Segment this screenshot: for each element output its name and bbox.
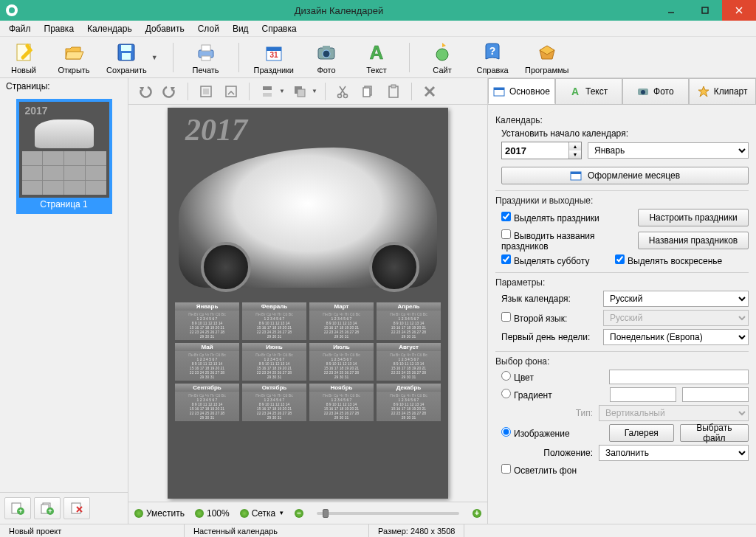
highlight-sun-check[interactable]: Выделять воскресенье xyxy=(615,254,722,266)
status-size: Размер: 2480 x 3508 xyxy=(369,524,464,537)
zoom-grid[interactable]: Сетка ▼ xyxy=(240,508,285,519)
tb-save[interactable]: Сохранить xyxy=(106,41,147,75)
properties-panel: Основное AТекст Фото Клипарт Календарь: … xyxy=(487,78,756,524)
calendar-page[interactable]: 2017 ЯнварьПн Вт Ср Чт Пт Сб Вс1 2 3 4 5… xyxy=(168,108,448,499)
lang-select[interactable]: Русский xyxy=(603,291,749,307)
months-design-button[interactable]: Оформление месяцев xyxy=(501,167,749,184)
menu-layer[interactable]: Слой xyxy=(192,22,225,35)
svg-rect-46 xyxy=(494,88,504,90)
cut-button[interactable] xyxy=(333,81,354,102)
tb-site[interactable]: Сайт xyxy=(425,41,460,75)
minimize-button[interactable] xyxy=(654,0,688,21)
grad-swatch2[interactable] xyxy=(682,387,749,402)
zoom-icon xyxy=(195,509,204,518)
month-cell: ЯнварьПн Вт Ср Чт Пт Сб Вс1 2 3 4 5 6 78… xyxy=(175,302,239,340)
svg-rect-6 xyxy=(121,45,131,51)
canvas-area[interactable]: 2017 ЯнварьПн Вт Ср Чт Пт Сб Вс1 2 3 4 5… xyxy=(128,105,487,502)
tab-text[interactable]: AТекст xyxy=(555,78,622,104)
tb-new[interactable]: Новый xyxy=(6,41,41,75)
delete-button[interactable] xyxy=(419,81,440,102)
fit-icon xyxy=(134,509,143,518)
svg-rect-51 xyxy=(571,172,581,174)
svg-text:31: 31 xyxy=(269,51,278,59)
page-thumbnail[interactable]: 2017 Страница 1 xyxy=(16,99,112,214)
paste-button[interactable] xyxy=(221,81,241,102)
menu-add[interactable]: Добавить xyxy=(140,22,190,35)
tb-photo[interactable]: Фото xyxy=(309,41,344,75)
plus-icon: + xyxy=(472,509,481,518)
svg-rect-42 xyxy=(391,85,396,88)
second-lang-check[interactable]: Второй язык: xyxy=(501,312,597,324)
tb-text[interactable]: AТекст xyxy=(359,41,394,75)
grad-swatch1[interactable] xyxy=(610,387,676,402)
gallery-button[interactable]: Галерея xyxy=(609,424,674,442)
holidays-section-label: Праздники и выходные: xyxy=(495,195,749,206)
first-day-label: Первый день недели: xyxy=(501,332,597,342)
zoom-100[interactable]: 100% xyxy=(195,508,230,519)
svg-rect-40 xyxy=(363,88,370,97)
car-image xyxy=(179,148,437,288)
arrange-button[interactable] xyxy=(289,81,310,102)
close-button[interactable] xyxy=(722,0,756,21)
zoom-in[interactable]: + xyxy=(472,509,481,518)
copy-button[interactable] xyxy=(196,81,216,102)
highlight-sat-check[interactable]: Выделять субботу xyxy=(501,254,597,266)
choose-file-button[interactable]: Выбрать файл xyxy=(680,424,749,442)
month-cell: АвгустПн Вт Ср Чт Пт Сб Вс1 2 3 4 5 6 78… xyxy=(377,343,441,381)
tb-programs[interactable]: Программы xyxy=(525,41,568,75)
menu-calendar[interactable]: Календарь xyxy=(81,22,138,35)
year-up[interactable]: ▲ xyxy=(569,142,581,150)
window-title: Дизайн Календарей xyxy=(24,5,654,16)
align-button[interactable] xyxy=(257,81,278,102)
duplicate-page-button[interactable]: + xyxy=(34,497,61,519)
maximize-button[interactable] xyxy=(688,0,722,21)
zoom-slider[interactable] xyxy=(317,512,459,515)
tb-help[interactable]: ?Справка xyxy=(475,41,510,75)
menu-file[interactable]: Файл xyxy=(3,22,37,35)
position-select[interactable]: Заполнить xyxy=(599,445,749,461)
pages-panel: Страницы: 2017 Страница 1 + + xyxy=(0,78,128,524)
undo-button[interactable] xyxy=(134,81,155,102)
calendar-icon xyxy=(570,170,582,181)
status-bar: Новый проект Настенный календарь Размер:… xyxy=(0,524,756,537)
first-day-select[interactable]: Понедельник (Европа) xyxy=(603,329,749,345)
redo-button[interactable] xyxy=(159,81,180,102)
titlebar: Дизайн Календарей xyxy=(0,0,756,21)
menu-edit[interactable]: Правка xyxy=(38,22,80,35)
start-month-select[interactable]: Январь xyxy=(588,142,749,159)
year-input[interactable] xyxy=(502,142,568,159)
delete-page-button[interactable] xyxy=(63,497,90,519)
clipboard-button[interactable] xyxy=(383,81,404,102)
lighten-check[interactable]: Осветлить фон xyxy=(501,464,597,476)
status-type: Настенный календарь xyxy=(185,524,369,537)
year-down[interactable]: ▼ xyxy=(569,150,581,159)
tb-holidays[interactable]: 31Праздники xyxy=(254,41,294,75)
bg-color-radio[interactable]: Цвет xyxy=(501,371,597,383)
zoom-fit[interactable]: Уместить xyxy=(134,508,185,519)
tb-print[interactable]: Печать xyxy=(188,41,224,75)
show-holiday-names-check[interactable]: Выводить названия праздников xyxy=(501,229,632,252)
bg-gradient-radio[interactable]: Градиент xyxy=(501,389,597,401)
menu-help[interactable]: Справка xyxy=(256,22,303,35)
tb-open[interactable]: Открыть xyxy=(56,41,92,75)
tab-photo[interactable]: Фото xyxy=(622,78,690,104)
copy2-button[interactable] xyxy=(358,81,379,102)
svg-rect-10 xyxy=(202,56,210,60)
chevron-down-icon[interactable]: ▼ xyxy=(151,54,158,61)
zoom-out[interactable]: − xyxy=(295,509,303,518)
add-page-button[interactable]: + xyxy=(4,497,31,519)
menu-view[interactable]: Вид xyxy=(227,22,255,35)
zoom-bar: Уместить 100% Сетка ▼ − + xyxy=(128,502,487,524)
tab-main[interactable]: Основное xyxy=(488,78,555,104)
holiday-names-button[interactable]: Названия праздников xyxy=(638,232,749,249)
month-cell: НоябрьПн Вт Ср Чт Пт Сб Вс1 2 3 4 5 6 78… xyxy=(309,384,374,421)
canvas-toolbar: ▼ ▼ xyxy=(128,78,487,105)
main-toolbar: Новый Открыть Сохранить ▼ Печать 31Празд… xyxy=(0,37,756,78)
config-holidays-button[interactable]: Настроить праздники xyxy=(638,209,749,226)
svg-text:A: A xyxy=(571,86,579,97)
tab-clipart[interactable]: Клипарт xyxy=(689,78,756,104)
year-spinner[interactable]: ▲▼ xyxy=(501,142,582,159)
bg-image-radio[interactable]: Изображение xyxy=(501,427,597,439)
color-swatch[interactable] xyxy=(609,370,749,384)
highlight-holidays-check[interactable]: Выделять праздники xyxy=(501,212,632,224)
